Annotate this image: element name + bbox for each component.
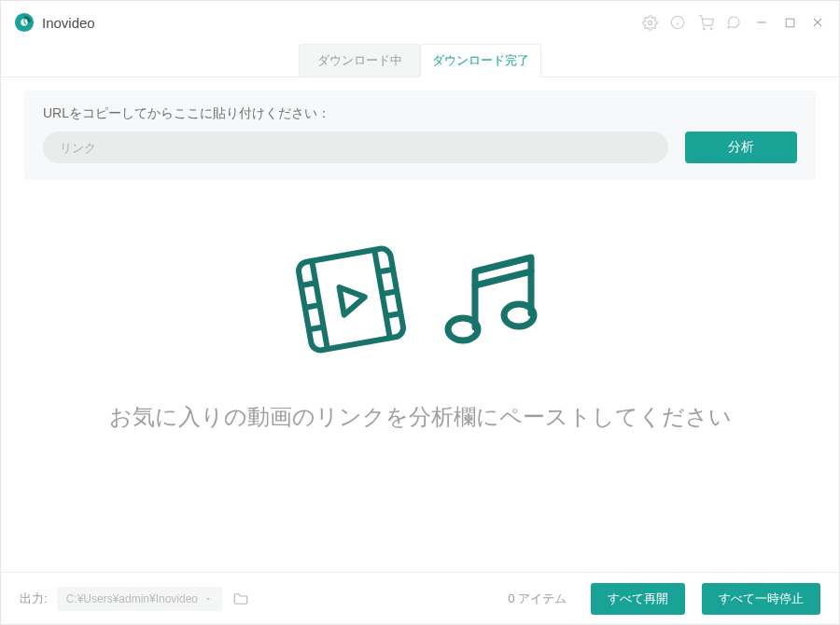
svg-rect-9 xyxy=(786,19,794,27)
tab-downloading[interactable]: ダウンロード中 xyxy=(299,44,420,76)
footer-bar: 出力: C:¥Users¥admin¥Inovideo 0 アイテム すべて再開… xyxy=(1,572,839,624)
svg-line-18 xyxy=(378,270,393,272)
folder-icon xyxy=(232,590,249,607)
svg-line-19 xyxy=(382,291,397,294)
minimize-icon[interactable] xyxy=(753,14,770,31)
empty-state-illustration xyxy=(286,234,554,365)
window-controls xyxy=(641,14,826,31)
resume-all-button[interactable]: すべて再開 xyxy=(591,583,685,615)
svg-point-7 xyxy=(710,28,711,29)
music-note-icon xyxy=(433,239,554,360)
maximize-icon[interactable] xyxy=(781,14,798,31)
chevron-up-icon xyxy=(203,594,213,604)
svg-point-6 xyxy=(703,28,704,29)
svg-line-17 xyxy=(309,327,324,330)
output-label: 出力: xyxy=(20,590,48,607)
tab-bar: ダウンロード中 ダウンロード完了 xyxy=(1,44,839,77)
output-path-selector[interactable]: C:¥Users¥admin¥Inovideo xyxy=(57,587,222,611)
svg-line-15 xyxy=(301,283,316,285)
empty-state-hint: お気に入りの動画のリンクを分析欄にペーストしてください xyxy=(109,402,732,432)
app-logo-icon xyxy=(14,12,35,33)
info-icon[interactable] xyxy=(669,14,686,31)
url-panel: URLをコピーしてからここに貼り付けください： 分析 xyxy=(24,90,816,180)
output-path-text: C:¥Users¥admin¥Inovideo xyxy=(66,592,198,605)
svg-line-16 xyxy=(305,305,320,308)
url-input[interactable] xyxy=(43,132,668,163)
close-icon[interactable] xyxy=(809,14,826,31)
analyze-button[interactable]: 分析 xyxy=(685,132,797,163)
empty-state: お気に入りの動画のリンクを分析欄にペーストしてください xyxy=(1,234,839,432)
settings-icon[interactable] xyxy=(641,14,658,31)
chat-icon[interactable] xyxy=(725,14,742,31)
svg-line-21 xyxy=(475,271,531,285)
pause-all-button[interactable]: すべて一時停止 xyxy=(702,583,820,615)
item-count: 0 アイテム xyxy=(508,590,567,607)
titlebar: Inovideo xyxy=(1,1,839,44)
video-clip-icon xyxy=(286,234,416,365)
cart-icon[interactable] xyxy=(697,14,714,31)
svg-point-2 xyxy=(648,21,651,24)
url-row: 分析 xyxy=(43,132,797,163)
app-title: Inovideo xyxy=(42,15,641,31)
svg-line-20 xyxy=(386,313,401,316)
tab-completed[interactable]: ダウンロード完了 xyxy=(420,44,541,77)
open-folder-button[interactable] xyxy=(231,590,250,608)
url-instruction-label: URLをコピーしてからここに貼り付けください： xyxy=(43,105,797,122)
